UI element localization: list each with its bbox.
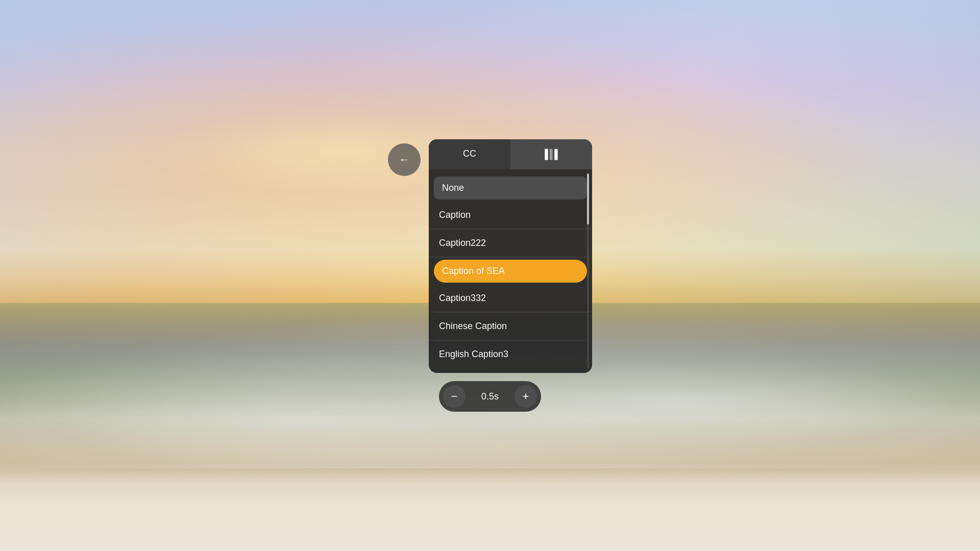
back-row: ← CC ▐║▌ None Caption bbox=[388, 139, 592, 373]
tab-bar: CC ▐║▌ bbox=[429, 139, 592, 169]
tab-cc[interactable]: CC bbox=[429, 139, 510, 169]
list-item-caption-of-sea[interactable]: Caption of SEA bbox=[434, 260, 587, 283]
none-label: None bbox=[442, 183, 464, 193]
minus-icon: − bbox=[451, 390, 458, 403]
plus-icon: + bbox=[523, 390, 529, 403]
list-item-caption[interactable]: Caption bbox=[429, 202, 592, 229]
audio-levels-icon: ▐║▌ bbox=[542, 149, 561, 159]
caption222-label: Caption222 bbox=[439, 238, 486, 248]
ui-container: ← CC ▐║▌ None Caption bbox=[388, 139, 592, 412]
timing-value: 0.5s bbox=[465, 391, 514, 402]
tab-audio[interactable]: ▐║▌ bbox=[510, 139, 592, 169]
scrollbar-thumb[interactable] bbox=[587, 173, 589, 224]
timing-minus-button[interactable]: − bbox=[443, 385, 465, 408]
list-item-caption222[interactable]: Caption222 bbox=[429, 230, 592, 257]
list-item-english-caption3[interactable]: English Caption3 bbox=[429, 341, 592, 368]
caption-label: Caption bbox=[439, 210, 471, 220]
english-caption3-label: English Caption3 bbox=[439, 349, 508, 360]
timing-control: − 0.5s + bbox=[439, 381, 541, 412]
caption-panel: CC ▐║▌ None Caption bbox=[429, 139, 592, 373]
caption332-label: Caption332 bbox=[439, 293, 486, 304]
scrollbar-track bbox=[587, 173, 589, 369]
separator-2 bbox=[434, 257, 587, 258]
back-arrow-icon: ← bbox=[399, 154, 410, 165]
chinese-caption-label: Chinese Caption bbox=[439, 321, 507, 332]
back-button[interactable]: ← bbox=[388, 143, 421, 176]
caption-list[interactable]: None Caption Caption222 Caption of SEA bbox=[429, 174, 592, 368]
caption-of-sea-label: Caption of SEA bbox=[442, 266, 505, 277]
list-item-none[interactable]: None bbox=[434, 177, 587, 199]
list-item-chinese-caption[interactable]: Chinese Caption bbox=[429, 313, 592, 340]
list-item-caption332[interactable]: Caption332 bbox=[429, 285, 592, 312]
list-container: None Caption Caption222 Caption of SEA bbox=[429, 169, 592, 373]
timing-plus-button[interactable]: + bbox=[514, 385, 537, 408]
